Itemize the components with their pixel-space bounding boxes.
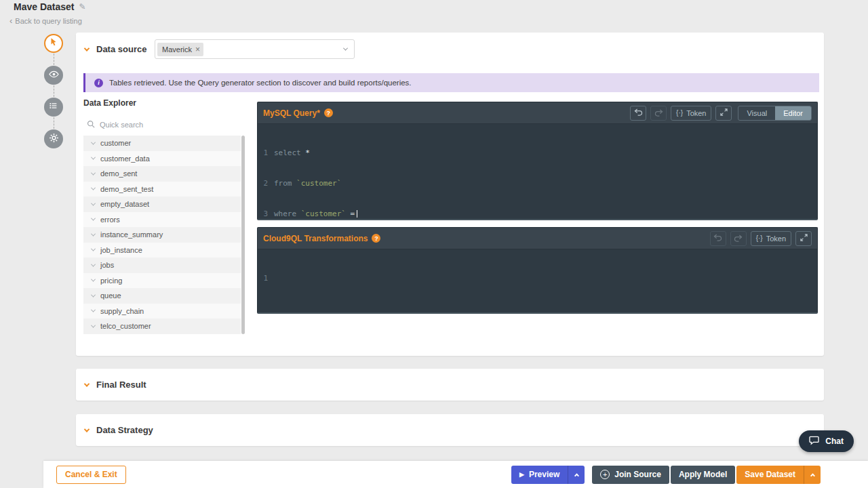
info-banner-text: Tables retrieved. Use the Query generato…	[109, 79, 412, 87]
table-row[interactable]: customer	[83, 136, 241, 151]
page-header: Mave Dataset ✎	[14, 1, 86, 12]
pointer-icon	[49, 37, 58, 49]
help-icon[interactable]: ?	[372, 234, 380, 243]
save-options-button[interactable]	[804, 466, 821, 484]
row-chevron-icon[interactable]	[91, 292, 96, 297]
row-chevron-icon[interactable]	[91, 186, 96, 190]
preview-options-button[interactable]	[568, 466, 585, 484]
code-line: 1	[258, 273, 817, 283]
search-icon	[87, 119, 95, 131]
token-button[interactable]: {·} Token	[671, 106, 711, 121]
table-row[interactable]: pricing	[83, 273, 241, 289]
row-chevron-icon[interactable]	[91, 277, 96, 282]
mysql-code-area[interactable]: 1select * 2from `customer` 3where `custo…	[258, 124, 817, 220]
table-row[interactable]: empty_dataset	[83, 197, 241, 212]
mysql-editor-title: MySQL Query*	[263, 108, 320, 118]
row-chevron-icon[interactable]	[91, 170, 96, 175]
step-settings[interactable]	[44, 129, 63, 148]
gear-icon	[49, 133, 59, 146]
collapse-chevron-icon[interactable]	[84, 381, 90, 386]
code-keyword: from	[274, 178, 292, 188]
table-row-label: customer_data	[100, 155, 150, 163]
app-root: Mave Dataset ✎ ‹ Back to query listing	[0, 0, 868, 488]
step-preview[interactable]	[44, 66, 63, 85]
row-chevron-icon[interactable]	[91, 323, 96, 327]
play-icon: ▶	[519, 472, 524, 478]
redo-button[interactable]	[650, 106, 667, 121]
stepper-connector	[54, 85, 54, 97]
table-list-scrollbar[interactable]	[241, 136, 245, 334]
table-row[interactable]: customer_data	[83, 151, 241, 167]
table-row[interactable]: telco_customer	[83, 319, 241, 334]
datasource-tag: Maverick ×	[157, 43, 203, 56]
table-row-label: instance_summary	[100, 230, 163, 239]
table-row[interactable]: demo_sent	[83, 166, 241, 182]
save-dataset-button[interactable]: Save Dataset	[736, 466, 804, 484]
query-builder-card: Data source Maverick × i Tables retrieve…	[76, 33, 824, 356]
row-chevron-icon[interactable]	[91, 308, 96, 312]
undo-button[interactable]	[630, 106, 646, 121]
row-chevron-icon[interactable]	[91, 262, 96, 266]
code-operator: =	[346, 209, 355, 219]
table-row[interactable]: queue	[83, 288, 241, 304]
chat-button-label: Chat	[825, 436, 844, 446]
table-row[interactable]: supply_chain	[83, 304, 241, 319]
table-row[interactable]: instance_summary	[83, 227, 241, 243]
table-row-label: job_instance	[100, 246, 142, 254]
expand-icon	[720, 108, 728, 117]
cancel-exit-button[interactable]: Cancel & Exit	[56, 466, 126, 484]
row-chevron-icon[interactable]	[91, 247, 96, 251]
cloud9ql-editor: Cloud9QL Transformations ? {·} Token 1	[257, 227, 818, 314]
save-split-button: Save Dataset	[736, 466, 821, 484]
cloud9ql-code-area[interactable]: 1	[258, 249, 817, 304]
preview-button[interactable]: ▶ Preview	[511, 466, 568, 484]
redo-button[interactable]	[730, 231, 747, 246]
step-data-source[interactable]	[44, 34, 63, 53]
step-fields[interactable]	[44, 98, 63, 117]
table-row-label: jobs	[100, 261, 114, 269]
toggle-visual[interactable]: Visual	[738, 106, 775, 120]
fullscreen-button[interactable]	[715, 106, 732, 121]
chevron-up-icon	[810, 473, 814, 478]
token-braces-icon: {·}	[756, 235, 763, 242]
datasource-select[interactable]: Maverick ×	[155, 39, 355, 59]
fullscreen-button[interactable]	[795, 231, 812, 246]
mysql-editor-header: MySQL Query* ? {·} Token Visual Editor	[258, 102, 817, 124]
apply-model-button[interactable]: Apply Model	[671, 466, 735, 484]
chat-button[interactable]: Chat	[799, 430, 854, 452]
mysql-query-editor: MySQL Query* ? {·} Token Visual Editor 1…	[257, 102, 818, 220]
expand-icon	[800, 234, 808, 243]
toggle-editor[interactable]: Editor	[775, 106, 811, 120]
table-row-label: demo_sent_test	[100, 185, 153, 193]
undo-button[interactable]	[710, 231, 726, 246]
plus-circle-icon: +	[600, 470, 610, 479]
row-chevron-icon[interactable]	[91, 140, 96, 144]
edit-title-pencil-icon[interactable]: ✎	[79, 2, 86, 12]
row-chevron-icon[interactable]	[91, 155, 96, 160]
code-keyword: where	[274, 209, 296, 219]
help-icon[interactable]: ?	[324, 108, 333, 117]
row-chevron-icon[interactable]	[91, 216, 96, 221]
table-list: customer customer_data demo_sent demo_se…	[83, 136, 245, 334]
collapse-chevron-icon[interactable]	[84, 45, 90, 51]
collapse-chevron-icon[interactable]	[84, 426, 90, 432]
table-row[interactable]: errors	[83, 212, 241, 228]
table-row[interactable]: jobs	[83, 258, 241, 273]
back-link[interactable]: ‹ Back to query listing	[9, 16, 82, 25]
footer-bar: Cancel & Exit ▶ Preview + Join Source Ap…	[43, 461, 868, 488]
table-row[interactable]: job_instance	[83, 243, 241, 258]
undo-icon	[713, 234, 722, 243]
row-chevron-icon[interactable]	[91, 201, 96, 205]
token-button[interactable]: {·} Token	[751, 231, 791, 246]
redo-icon	[654, 109, 663, 117]
cloud9ql-editor-title: Cloud9QL Transformations	[263, 234, 368, 243]
preview-button-label: Preview	[529, 470, 559, 479]
data-explorer-title: Data Explorer	[83, 98, 136, 108]
stepper-connector	[54, 54, 54, 65]
row-chevron-icon[interactable]	[91, 231, 96, 236]
remove-tag-icon[interactable]: ×	[195, 45, 200, 54]
quick-search-input[interactable]	[100, 121, 222, 129]
data-strategy-label: Data Strategy	[96, 425, 153, 435]
join-source-button[interactable]: + Join Source	[592, 466, 669, 484]
table-row[interactable]: demo_sent_test	[83, 182, 241, 197]
